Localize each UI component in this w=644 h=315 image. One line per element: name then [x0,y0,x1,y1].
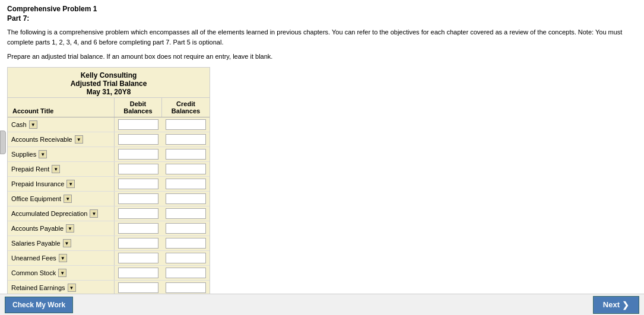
table-row: Accounts Payable▼ [8,221,210,236]
debit-cell-5 [115,192,162,206]
dropdown-arrow-10[interactable]: ▼ [58,269,66,277]
debit-cell-7 [115,221,162,236]
debit-input-9[interactable] [118,253,158,263]
dropdown-arrow-2[interactable]: ▼ [39,150,47,158]
problem-title: Comprehensive Problem 1 [7,5,637,13]
credit-cell-11 [162,281,210,295]
dropdown-arrow-6[interactable]: ▼ [90,209,98,218]
credit-input-3[interactable] [166,164,206,174]
debit-input-5[interactable] [118,193,158,204]
table-row: Cash▼ [8,117,210,132]
trial-balance-table: Kelly Consulting Adjusted Trial Balance … [7,67,210,311]
account-name-1: Accounts Receivable [11,136,72,143]
account-cell-3: Prepaid Rent▼ [8,162,115,176]
next-chevron-icon: ❯ [622,300,629,310]
dropdown-arrow-7[interactable]: ▼ [66,224,74,233]
debit-cell-9 [115,251,162,265]
account-name-2: Supplies [11,151,36,158]
debit-input-2[interactable] [118,149,158,160]
account-name-11: Retained Earnings [11,284,65,291]
debit-input-1[interactable] [118,134,158,145]
scroll-handle[interactable] [0,131,6,154]
debit-cell-3 [115,162,162,176]
debit-cell-6 [115,206,162,221]
table-row: Prepaid Rent▼ [8,162,210,177]
account-name-10: Common Stock [11,269,56,276]
table-row: Supplies▼ [8,147,210,162]
table-row: Prepaid Insurance▼ [8,177,210,192]
table-row: Accounts Receivable▼ [8,132,210,147]
debit-input-0[interactable] [118,119,158,130]
dropdown-arrow-4[interactable]: ▼ [66,180,75,188]
col-header-credit: CreditBalances [162,98,210,117]
debit-input-7[interactable] [118,223,158,234]
debit-input-11[interactable] [118,282,158,293]
instruction-text: Prepare an adjusted trial balance. If an… [7,53,637,60]
debit-cell-2 [115,147,162,161]
credit-cell-0 [162,117,210,132]
table-row: Accumulated Depreciation▼ [8,206,210,221]
dropdown-arrow-5[interactable]: ▼ [64,195,72,203]
dropdown-arrow-11[interactable]: ▼ [68,284,76,292]
next-button[interactable]: Next ❯ [593,296,639,314]
credit-cell-8 [162,236,210,250]
account-cell-6: Accumulated Depreciation▼ [8,206,115,221]
dropdown-arrow-0[interactable]: ▼ [29,120,37,129]
credit-input-7[interactable] [166,223,206,234]
debit-cell-8 [115,236,162,250]
credit-input-6[interactable] [166,208,206,219]
table-row: Office Equipment▼ [8,192,210,206]
credit-input-1[interactable] [166,134,206,145]
credit-input-0[interactable] [166,119,206,130]
credit-input-10[interactable] [166,268,206,278]
dropdown-arrow-1[interactable]: ▼ [75,135,83,144]
credit-input-2[interactable] [166,149,206,160]
account-cell-2: Supplies▼ [8,147,115,161]
debit-input-8[interactable] [118,238,158,249]
account-cell-4: Prepaid Insurance▼ [8,177,115,191]
col-header-debit: DebitBalances [115,98,162,117]
debit-input-4[interactable] [118,179,158,189]
credit-input-8[interactable] [166,238,206,249]
account-cell-5: Office Equipment▼ [8,192,115,206]
credit-cell-5 [162,192,210,206]
credit-cell-2 [162,147,210,161]
credit-cell-3 [162,162,210,176]
debit-input-10[interactable] [118,268,158,278]
table-body: Cash▼Accounts Receivable▼Supplies▼Prepai… [8,117,210,310]
debit-input-3[interactable] [118,164,158,174]
account-name-3: Prepaid Rent [11,166,49,173]
debit-cell-10 [115,266,162,280]
debit-cell-4 [115,177,162,191]
column-headers: Account Title DebitBalances CreditBalanc… [8,98,210,117]
account-name-0: Cash [11,121,27,128]
credit-input-4[interactable] [166,179,206,189]
account-cell-7: Accounts Payable▼ [8,221,115,236]
account-cell-1: Accounts Receivable▼ [8,132,115,147]
account-cell-9: Unearned Fees▼ [8,251,115,265]
dropdown-arrow-8[interactable]: ▼ [63,239,71,247]
credit-cell-10 [162,266,210,280]
debit-cell-11 [115,281,162,295]
debit-cell-0 [115,117,162,132]
credit-input-11[interactable] [166,282,206,293]
account-cell-0: Cash▼ [8,117,115,132]
check-my-work-button[interactable]: Check My Work [5,297,73,313]
table-row: Common Stock▼ [8,266,210,281]
dropdown-arrow-3[interactable]: ▼ [52,165,60,173]
credit-input-9[interactable] [166,253,206,263]
table-row: Salaries Payable▼ [8,236,210,251]
account-name-4: Prepaid Insurance [11,180,64,187]
account-name-8: Salaries Payable [11,240,61,247]
credit-input-5[interactable] [166,193,206,204]
credit-cell-1 [162,132,210,147]
account-name-9: Unearned Fees [11,254,56,262]
credit-cell-7 [162,221,210,236]
table-row: Unearned Fees▼ [8,251,210,266]
debit-input-6[interactable] [118,208,158,219]
account-name-5: Office Equipment [11,195,61,202]
credit-cell-9 [162,251,210,265]
account-name-7: Accounts Payable [11,225,64,232]
page-container: Comprehensive Problem 1 Part 7: The foll… [0,0,644,315]
dropdown-arrow-9[interactable]: ▼ [59,254,67,262]
